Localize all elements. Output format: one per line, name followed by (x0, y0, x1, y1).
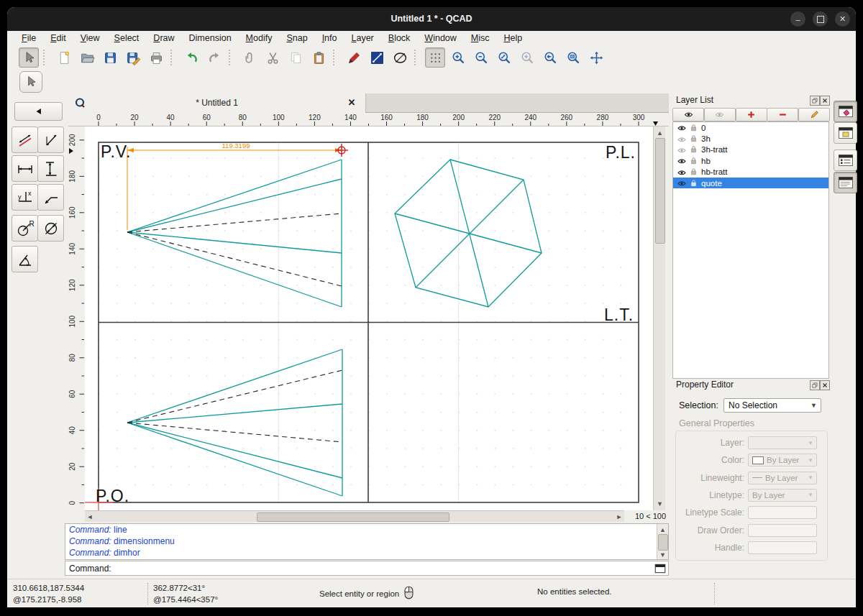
dimension-angular-button[interactable] (12, 246, 38, 272)
ellipse-tool-button[interactable] (390, 47, 410, 68)
lock-icon[interactable] (690, 145, 698, 154)
lock-icon[interactable] (690, 124, 698, 132)
drawing-canvas[interactable]: 119.3199P.V.P.L.L.T.P.O. (85, 127, 653, 510)
layer-list-float-button[interactable] (810, 96, 820, 106)
dimension-vertical-button[interactable] (37, 155, 64, 182)
dimension-aligned-button[interactable] (12, 127, 38, 153)
leader-button[interactable] (37, 184, 64, 211)
scroll-down-icon[interactable]: ▼ (659, 550, 667, 560)
vertical-scroll-thumb[interactable] (655, 138, 665, 244)
command-line-panel-toggle[interactable] (834, 150, 857, 171)
scroll-up-icon[interactable]: ▲ (656, 128, 664, 138)
layer-row-3h[interactable]: 3h (673, 133, 828, 144)
menu-help[interactable]: Help (497, 31, 530, 46)
paperclip-tool-button[interactable] (239, 47, 260, 68)
command-history[interactable]: Command: lineCommand: dimensionmenuComma… (65, 523, 669, 560)
cut-button[interactable] (262, 47, 283, 68)
property-editor-panel-toggle[interactable] (834, 172, 857, 193)
command-input[interactable] (111, 561, 654, 575)
layer-row-hb-tratt[interactable]: hb-tratt (673, 167, 828, 178)
property-combo-lineweight[interactable]: By Layer▼ (748, 472, 817, 484)
menu-modify[interactable]: Modify (239, 31, 280, 46)
menu-draw[interactable]: Draw (146, 31, 181, 46)
grid-toggle-button[interactable] (425, 47, 445, 68)
horizontal-scroll-thumb[interactable] (257, 512, 449, 522)
block-list-panel-toggle[interactable] (834, 122, 857, 144)
menu-snap[interactable]: Snap (279, 31, 314, 46)
property-editor-close-button[interactable] (820, 380, 830, 390)
tab-close-icon[interactable]: ✕ (346, 97, 357, 109)
selection-tool-button[interactable] (19, 47, 39, 68)
menu-block[interactable]: Block (381, 31, 418, 46)
scroll-right-icon[interactable]: ► (615, 512, 624, 522)
scroll-up-icon[interactable]: ▲ (659, 525, 667, 535)
selection-combobox[interactable]: No Selection ▼ (723, 398, 821, 413)
history-scroll-thumb[interactable] (658, 534, 668, 551)
paste-button[interactable] (309, 47, 329, 68)
dimension-horizontal-button[interactable] (12, 155, 38, 182)
tab-untitled-1[interactable]: * Untitled 1 ✕ (68, 93, 366, 113)
scroll-left-icon[interactable]: ◄ (86, 512, 94, 522)
auto-zoom-button[interactable] (494, 47, 514, 68)
copy-button[interactable] (286, 47, 306, 68)
hide-all-layers-button[interactable] (704, 108, 736, 121)
dimension-radial-button[interactable]: R (12, 215, 38, 242)
minimize-button[interactable]: – (790, 12, 805, 27)
menu-info[interactable]: Info (315, 31, 344, 46)
property-combo-linetype[interactable]: By Layer▼ (748, 489, 817, 502)
zoom-in-alt-button[interactable] (517, 47, 537, 68)
open-file-button[interactable] (77, 47, 97, 68)
drawing-viewport[interactable]: 119.3199P.V.P.L.L.T.P.O. (85, 127, 653, 510)
menu-window[interactable]: Window (417, 31, 463, 46)
add-layer-button[interactable] (736, 108, 767, 121)
previous-view-button[interactable] (540, 47, 560, 68)
lock-icon[interactable] (690, 157, 698, 165)
lock-icon[interactable] (690, 167, 698, 176)
sketch-tool-button[interactable] (344, 47, 364, 68)
save-as-button[interactable] (123, 47, 143, 68)
menu-view[interactable]: View (73, 31, 107, 46)
property-field-draworder[interactable] (748, 524, 817, 537)
layer-row-hb[interactable]: hb (673, 155, 828, 166)
property-field-handle[interactable] (748, 541, 817, 554)
dimension-diametric-button[interactable] (37, 215, 64, 242)
pan-button[interactable] (586, 47, 606, 68)
eye-hidden-icon[interactable] (677, 135, 687, 143)
eye-open-icon[interactable] (677, 168, 687, 176)
eye-open-icon[interactable] (677, 157, 687, 165)
property-combo-layer[interactable]: ▼ (748, 436, 817, 449)
edit-layer-button[interactable] (798, 108, 830, 121)
line-tool-button[interactable] (367, 47, 387, 68)
zoom-window-button[interactable] (563, 47, 583, 68)
command-history-scrollbar[interactable]: ▲▼ (657, 524, 668, 559)
undo-button[interactable] (181, 47, 201, 68)
zoom-in-button[interactable] (448, 47, 468, 68)
eye-hidden-icon[interactable] (677, 146, 687, 154)
vertical-scrollbar[interactable]: ▲▼ (653, 127, 665, 510)
eye-open-icon[interactable] (677, 179, 687, 187)
back-button[interactable] (14, 102, 63, 121)
horizontal-scrollbar[interactable]: ◄► (85, 510, 624, 522)
current-action-button[interactable] (19, 71, 42, 93)
layer-list-panel-toggle[interactable] (834, 101, 857, 122)
dimension-rotated-button[interactable] (37, 127, 64, 153)
layer-row-0[interactable]: 0 (673, 122, 828, 133)
property-editor-float-button[interactable] (810, 380, 820, 390)
close-button[interactable]: ✕ (835, 12, 850, 27)
remove-layer-button[interactable] (767, 108, 798, 121)
layer-row-quote[interactable]: quote (673, 178, 828, 188)
layer-row-3h-tratt[interactable]: 3h-tratt (673, 144, 828, 155)
layer-list-close-button[interactable] (820, 96, 830, 106)
eye-open-icon[interactable] (677, 124, 687, 132)
maximize-button[interactable] (813, 12, 828, 27)
command-line-toggle-icon[interactable] (654, 563, 667, 574)
redo-button[interactable] (204, 47, 224, 68)
property-field-linetypescale[interactable] (748, 506, 817, 519)
save-button[interactable] (100, 47, 120, 68)
scroll-down-icon[interactable]: ▼ (656, 499, 664, 509)
lock-icon[interactable] (690, 179, 698, 188)
menu-select[interactable]: Select (107, 31, 147, 46)
titlebar[interactable]: Untitled 1 * - QCAD –✕ (7, 7, 856, 31)
menu-layer[interactable]: Layer (344, 31, 381, 46)
menu-dimension[interactable]: Dimension (182, 31, 239, 46)
